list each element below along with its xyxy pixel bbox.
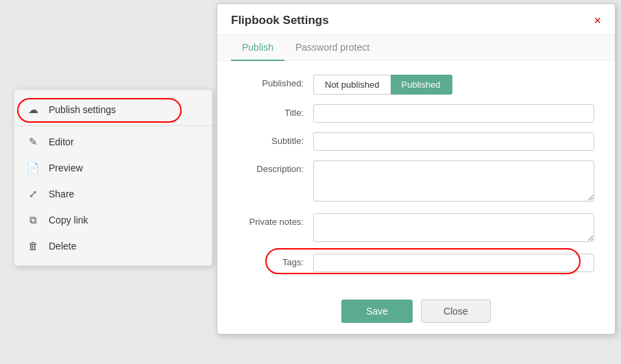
- close-button[interactable]: Close: [421, 300, 491, 323]
- not-published-button[interactable]: Not published: [313, 75, 391, 95]
- private-notes-row: Private notes:: [238, 213, 594, 244]
- flipbook-settings-dialog: Flipbook Settings × Publish Password pro…: [217, 3, 616, 335]
- subtitle-label: Subtitle:: [238, 132, 313, 146]
- published-label: Published:: [238, 75, 313, 88]
- tags-field-wrapper: [313, 254, 594, 272]
- title-row: Title:: [238, 104, 594, 123]
- save-button[interactable]: Save: [341, 300, 413, 323]
- title-label: Title:: [238, 104, 313, 118]
- private-notes-textarea[interactable]: [313, 213, 594, 242]
- sidebar-item-share[interactable]: ⤢ Share: [14, 181, 212, 207]
- sidebar-item-preview[interactable]: 📄 Preview: [14, 155, 212, 181]
- sidebar-panel: × ☁ Publish settings ✎ Editor 📄 Preview …: [14, 89, 212, 266]
- sidebar-item-label: Editor: [49, 136, 74, 147]
- sidebar-item-label: Copy link: [49, 215, 88, 226]
- sidebar-item-label: Delete: [49, 241, 76, 252]
- title-field-wrapper: [313, 104, 594, 123]
- tab-publish[interactable]: Publish: [231, 35, 284, 61]
- sidebar-item-publish-settings[interactable]: ☁ Publish settings: [14, 97, 212, 123]
- subtitle-row: Subtitle:: [238, 132, 594, 151]
- cloud-icon: ☁: [25, 104, 40, 116]
- sidebar-divider: [14, 125, 212, 126]
- tags-row: Tags:: [238, 254, 594, 272]
- editor-icon: ✎: [25, 136, 40, 148]
- sidebar-item-label: Share: [49, 189, 74, 199]
- private-notes-label: Private notes:: [238, 213, 313, 227]
- dialog-header: Flipbook Settings ×: [217, 4, 615, 35]
- description-field-wrapper: [313, 160, 594, 204]
- dialog-body: Published: Not published Published Title…: [217, 61, 615, 293]
- sidebar-item-label: Publish settings: [49, 104, 116, 115]
- description-label: Description:: [238, 160, 313, 174]
- dialog-title: Flipbook Settings: [231, 14, 329, 27]
- publish-toggle: Not published Published: [313, 75, 594, 95]
- sidebar-item-delete[interactable]: 🗑 Delete: [14, 233, 212, 258]
- dialog-close-button[interactable]: ×: [594, 14, 601, 27]
- published-row: Published: Not published Published: [238, 75, 594, 95]
- tags-label: Tags:: [238, 254, 313, 267]
- share-icon: ⤢: [25, 188, 40, 200]
- tags-input[interactable]: [313, 254, 594, 272]
- preview-icon: 📄: [25, 162, 40, 174]
- dialog-tabs: Publish Password protect: [217, 35, 615, 61]
- sidebar-item-editor[interactable]: ✎ Editor: [14, 129, 212, 155]
- tab-password-protect[interactable]: Password protect: [284, 35, 380, 61]
- title-input[interactable]: [313, 104, 594, 123]
- published-button[interactable]: Published: [391, 75, 452, 95]
- copy-link-icon: ⧉: [25, 214, 40, 226]
- subtitle-input[interactable]: [313, 132, 594, 151]
- sidebar-item-label: Preview: [49, 162, 83, 173]
- description-textarea[interactable]: [313, 160, 594, 202]
- sidebar-item-copy-link[interactable]: ⧉ Copy link: [14, 207, 212, 233]
- subtitle-field-wrapper: [313, 132, 594, 151]
- dialog-footer: Save Close: [217, 293, 615, 334]
- private-notes-field-wrapper: [313, 213, 594, 244]
- delete-icon: 🗑: [25, 240, 40, 252]
- description-row: Description:: [238, 160, 594, 204]
